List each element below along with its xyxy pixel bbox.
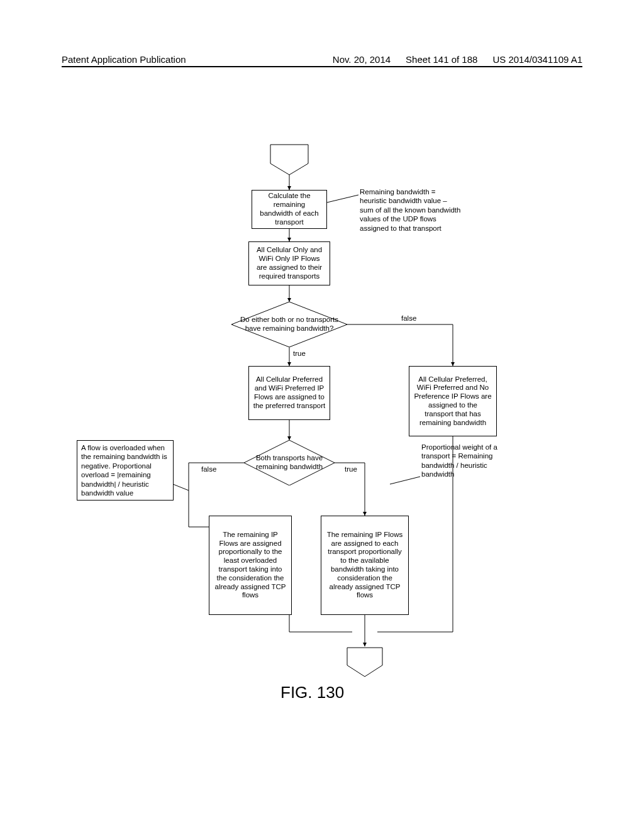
page-header: Patent Application Publication Nov. 20, … (62, 54, 582, 67)
decision1-text: Do either both or no transports have rem… (236, 316, 342, 333)
process-assign-only-flows: All Cellular Only and WiFi Only IP Flows… (248, 241, 330, 285)
edge-label-false-1: false (401, 314, 416, 322)
decision2-text: Both transports have remaining bandwidth (249, 454, 330, 472)
header-sheet: Sheet 141 of 188 (406, 54, 477, 65)
annotation-prop-weight: Proportional weight of a transport = Rem… (421, 443, 509, 479)
svg-line-2 (327, 195, 358, 202)
process-assign-least-overloaded: The remaining IP Flows are assigned prop… (209, 516, 292, 615)
edge-label-true-1: true (293, 350, 306, 357)
figure-label: FIG. 130 (280, 683, 344, 702)
header-date: Nov. 20, 2014 (333, 54, 391, 65)
process-calc-remaining-bw: Calculate the remaining bandwidth of eac… (252, 190, 327, 229)
annotation-overload: A flow is overloaded when the remaining … (77, 440, 174, 501)
process-assign-to-remaining-transport: All Cellular Preferred, WiFi Preferred a… (409, 366, 497, 436)
svg-line-13 (173, 484, 189, 490)
annotation-remaining-bw: Remaining bandwidth = heuristic bandwidt… (360, 187, 462, 233)
process-assign-preferred: All Cellular Preferred and WiFi Preferre… (248, 366, 330, 420)
edge-label-true-2: true (345, 465, 357, 473)
process-assign-proportional-bw: The remaining IP Flows are assigned to e… (321, 516, 409, 615)
svg-line-14 (390, 477, 420, 484)
decision-both-have-remaining: Both transports have remaining bandwidth (244, 440, 335, 485)
edge-label-false-2: false (201, 465, 216, 473)
header-pubno: US 2014/0341109 A1 (492, 54, 582, 65)
header-left: Patent Application Publication (62, 54, 186, 65)
decision-both-or-no-remaining: Do either both or no transports have rem… (231, 302, 347, 347)
